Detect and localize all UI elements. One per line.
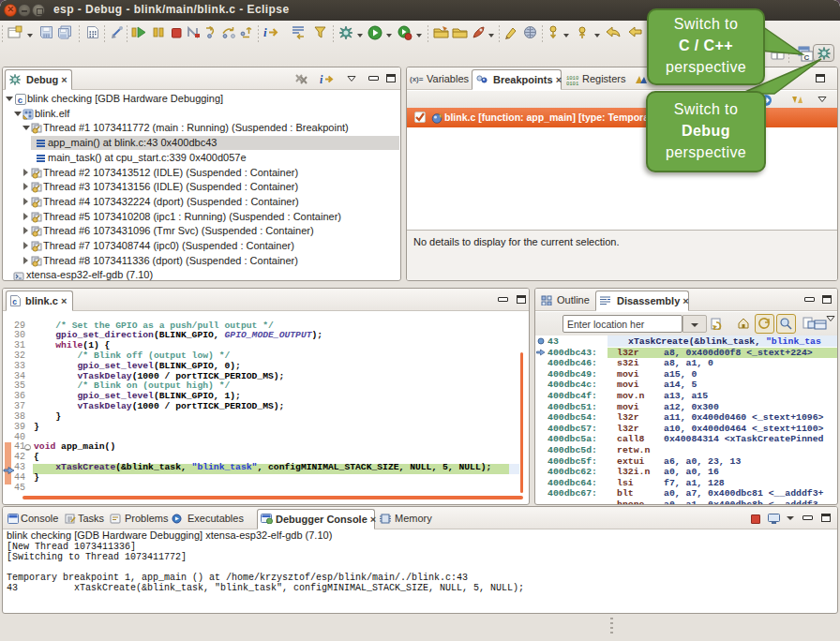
svg-text:c: c — [12, 297, 17, 306]
